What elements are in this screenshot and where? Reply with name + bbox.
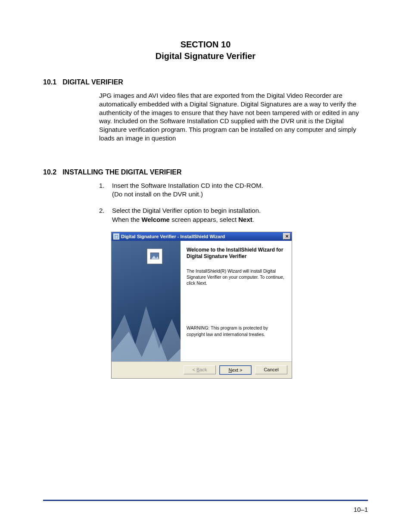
section-line-1: SECTION 10 (43, 39, 368, 50)
dialog-heading: Welcome to the InstallShield Wizard for … (187, 247, 286, 260)
dialog-sidebar-image (112, 241, 181, 361)
footer-rule (43, 500, 368, 501)
subsection-10-2-heading: 10.2 INSTALLING THE DIGITAL VERIFIER (43, 168, 368, 176)
subsection-number: 10.2 (43, 168, 56, 176)
step-line: Select the Digital Verifier option to be… (112, 207, 261, 214)
cancel-button[interactable]: Cancel (255, 365, 287, 374)
step-number: 2. (99, 206, 107, 224)
subsection-title: INSTALLING THE DIGITAL VERIFIER (62, 168, 181, 176)
dialog-warning: WARNING: This program is protected by co… (187, 325, 286, 337)
back-button: < Back (184, 365, 216, 374)
list-item: 2. Select the Digital Verifier option to… (99, 206, 368, 224)
step-line: When the Welcome screen appears, select … (112, 216, 254, 223)
dialog-footer: < Back Next > Cancel (112, 361, 292, 378)
subsection-number: 10.1 (43, 78, 56, 86)
dialog-title: Digital Signature Verifier - InstallShie… (121, 234, 225, 239)
page-number: 10–1 (354, 506, 368, 513)
step-number: 1. (99, 181, 107, 199)
dialog-titlebar[interactable]: ⬚ Digital Signature Verifier - InstallSh… (112, 232, 292, 241)
subsection-10-1-heading: 10.1 DIGITAL VERIFIER (43, 78, 368, 86)
subsection-title: DIGITAL VERIFIER (62, 78, 123, 86)
step-line: (Do not install on the DVR unit.) (112, 190, 203, 198)
subsection-10-1-body: JPG images and AVI video files that are … (99, 91, 364, 143)
close-icon[interactable]: ✕ (283, 233, 290, 240)
section-line-2: Digital Signature Verifier (43, 50, 368, 62)
dialog-content: Welcome to the InstallShield Wizard for … (181, 241, 292, 361)
installer-icon: ⬚ (113, 233, 119, 240)
cd-box-icon (147, 249, 162, 264)
step-text: Select the Digital Verifier option to be… (112, 206, 261, 224)
section-header: SECTION 10 Digital Signature Verifier (43, 39, 368, 62)
step-line: Insert the Software Installation CD into… (112, 182, 263, 189)
dialog-description: The InstallShield(R) Wizard will install… (187, 268, 286, 286)
step-text: Insert the Software Installation CD into… (112, 181, 263, 199)
dialog-body: Welcome to the InstallShield Wizard for … (112, 241, 292, 361)
install-steps-list: 1. Insert the Software Installation CD i… (99, 181, 368, 224)
list-item: 1. Insert the Software Installation CD i… (99, 181, 368, 199)
installer-dialog: ⬚ Digital Signature Verifier - InstallSh… (111, 232, 292, 379)
next-button[interactable]: Next > (219, 365, 252, 375)
